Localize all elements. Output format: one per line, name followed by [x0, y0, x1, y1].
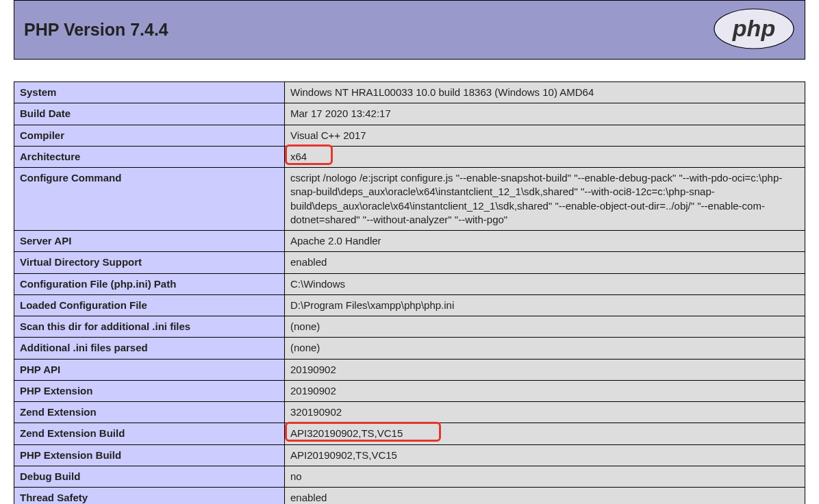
table-row: Build DateMar 17 2020 13:42:17: [14, 103, 805, 125]
row-value: Apache 2.0 Handler: [285, 231, 805, 252]
table-row: Configuration File (php.ini) PathC:\Wind…: [14, 273, 805, 294]
table-row: Zend Extension BuildAPI320190902,TS,VC15: [14, 423, 805, 444]
page-title: PHP Version 7.4.4: [24, 20, 168, 40]
row-value: enabled: [285, 252, 805, 273]
row-value: Visual C++ 2017: [285, 125, 805, 146]
row-value: 320190902: [285, 402, 805, 423]
table-row: Additional .ini files parsed(none): [14, 338, 805, 359]
table-row: Server APIApache 2.0 Handler: [14, 231, 805, 252]
row-value: C:\Windows: [285, 273, 805, 294]
row-key: System: [14, 82, 285, 103]
table-row: Scan this dir for additional .ini files(…: [14, 316, 805, 338]
row-key: Loaded Configuration File: [14, 294, 285, 316]
table-row: PHP API20190902: [14, 359, 805, 380]
row-value: no: [285, 466, 805, 487]
row-key: Additional .ini files parsed: [14, 338, 285, 359]
row-value: API320190902,TS,VC15: [285, 423, 805, 444]
row-value: (none): [285, 338, 805, 359]
row-key: Zend Extension Build: [14, 423, 285, 444]
row-value: 20190902: [285, 359, 805, 380]
row-key: PHP Extension Build: [14, 444, 285, 466]
row-key: Build Date: [14, 103, 285, 125]
row-key: Architecture: [14, 146, 285, 167]
row-key: Debug Build: [14, 466, 285, 487]
table-row: PHP Extension20190902: [14, 380, 805, 401]
row-key: PHP Extension: [14, 380, 285, 401]
row-value: Mar 17 2020 13:42:17: [285, 103, 805, 125]
row-value: D:\Program Files\xampp\php\php.ini: [285, 294, 805, 316]
table-row: Zend Extension320190902: [14, 402, 805, 423]
row-key: Virtual Directory Support: [14, 252, 285, 273]
row-value: enabled: [285, 488, 805, 505]
table-row: SystemWindows NT HRA1L00033 10.0 build 1…: [14, 82, 805, 103]
row-key: PHP API: [14, 359, 285, 380]
row-value: 20190902: [285, 380, 805, 401]
row-value-text: x64: [290, 151, 307, 162]
row-key: Scan this dir for additional .ini files: [14, 316, 285, 338]
row-value-text: API320190902,TS,VC15: [290, 427, 403, 439]
phpinfo-page: PHP Version 7.4.4 php SystemWindows NT H…: [0, 0, 819, 504]
table-row: PHP Extension BuildAPI20190902,TS,VC15: [14, 444, 805, 466]
row-value: x64: [285, 146, 805, 167]
row-key: Compiler: [14, 125, 285, 146]
row-key: Configuration File (php.ini) Path: [14, 273, 285, 294]
table-row: Architecturex64: [14, 146, 805, 167]
php-logo: php: [713, 8, 795, 52]
row-key: Configure Command: [14, 168, 285, 231]
row-value: (none): [285, 316, 805, 338]
row-key: Zend Extension: [14, 402, 285, 423]
row-key: Thread Safety: [14, 488, 285, 505]
table-row: Thread Safetyenabled: [14, 488, 805, 505]
row-value: API20190902,TS,VC15: [285, 444, 805, 466]
table-row: Virtual Directory Supportenabled: [14, 252, 805, 273]
row-value: cscript /nologo /e:jscript configure.js …: [285, 168, 805, 231]
row-key: Server API: [14, 231, 285, 252]
table-row: Configure Commandcscript /nologo /e:jscr…: [14, 168, 805, 231]
row-value: Windows NT HRA1L00033 10.0 build 18363 (…: [285, 82, 805, 103]
svg-text:php: php: [732, 15, 775, 41]
table-row: Debug Buildno: [14, 466, 805, 487]
phpinfo-table: SystemWindows NT HRA1L00033 10.0 build 1…: [14, 81, 805, 504]
table-row: CompilerVisual C++ 2017: [14, 125, 805, 146]
table-row: Loaded Configuration FileD:\Program File…: [14, 294, 805, 316]
phpinfo-header: PHP Version 7.4.4 php: [14, 0, 805, 60]
